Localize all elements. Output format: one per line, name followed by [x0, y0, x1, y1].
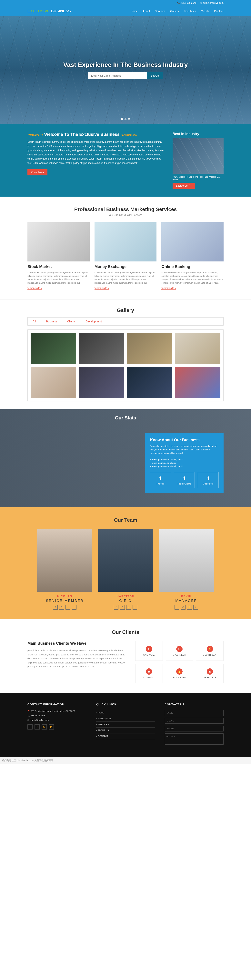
service-link[interactable]: View details » [94, 287, 109, 290]
twitter-icon[interactable]: t [133, 605, 137, 609]
service-card: Money Exchange Donec id elit non mi port… [94, 222, 157, 290]
email-input[interactable] [88, 72, 147, 79]
google-icon[interactable]: G [181, 605, 185, 609]
footer-link[interactable]: HOME [96, 710, 155, 716]
gallery-item[interactable] [127, 367, 173, 398]
fire-icon: 🔥 [176, 668, 182, 675]
stats-section: Our Stats Know About Our Business Fusce … [0, 409, 251, 507]
welcome-text: Lorem Ipsum is simply dummy text of the … [27, 140, 165, 165]
gallery-item[interactable] [30, 332, 76, 364]
footer-link[interactable]: ABOUT US [96, 727, 155, 733]
client-card[interactable]: ◉SPEEDEYE [196, 663, 224, 683]
tab-development[interactable]: Development [81, 318, 107, 325]
linkedin-icon[interactable]: in [49, 724, 54, 730]
service-link[interactable]: View details » [161, 287, 176, 290]
gallery-item[interactable] [127, 332, 173, 364]
twitter-icon[interactable]: t [72, 605, 77, 609]
carousel-dot[interactable] [125, 118, 126, 120]
rss-icon[interactable]: ⚡ [66, 605, 70, 609]
bottom-note: 访问鸟哥社区 bbs.xileniao.com免费下载更多两日 [0, 757, 251, 764]
facebook-icon[interactable]: f [174, 605, 179, 609]
nav-home[interactable]: Home [130, 10, 137, 13]
nav-gallery[interactable]: Gallery [170, 10, 179, 13]
twitter-icon[interactable]: t [35, 724, 40, 730]
footer-link[interactable]: SERVICES [96, 722, 155, 727]
gallery-item[interactable] [79, 367, 124, 398]
facebook-icon[interactable]: f [53, 605, 58, 609]
google-icon[interactable]: G [120, 605, 125, 609]
locate-button[interactable]: Locate Us 📍 [173, 183, 195, 189]
footer-link[interactable]: CONTACT [96, 733, 155, 739]
message-input[interactable] [165, 733, 224, 745]
service-text: Donec id elit non mi porta gravida at eg… [94, 271, 157, 285]
carousel-dot[interactable] [121, 118, 123, 120]
member-photo [159, 529, 214, 592]
clients-subtitle: Main Business Clients We Have [27, 641, 128, 646]
logo[interactable]: EXCLUSIVE BUSINESS [27, 9, 71, 13]
nav-menu: Home About Services Gallery Feedback Cli… [130, 10, 224, 13]
topbar-phone[interactable]: 📞 +852 586 2548 [177, 2, 197, 4]
nav-services[interactable]: Services [155, 10, 165, 13]
stats-text: Fusce dapibus, tellus ac cursus commodo,… [150, 444, 219, 455]
service-card: Stock Market Donec id elit non mi porta … [27, 222, 90, 290]
stats-title: Our Stats [0, 409, 251, 421]
nav-clients[interactable]: Clients [201, 10, 209, 13]
tab-clients[interactable]: Clients [62, 318, 81, 325]
footer-links-title: QUICK LINKS [96, 703, 155, 706]
nav-contact[interactable]: Contact [214, 10, 224, 13]
name-input[interactable] [165, 710, 224, 716]
client-card[interactable]: 🔥FLAMESPA [166, 663, 193, 683]
industry-address: 791 S, Mission Road Building Hedge Los A… [173, 176, 224, 181]
service-image [161, 222, 224, 261]
welcome-title: Welcome ToWelcome To The Exclusive Busin… [27, 132, 165, 137]
facebook-icon[interactable]: f [27, 724, 32, 730]
client-card[interactable]: ⟳MAXFRESH [166, 641, 193, 661]
service-title: Online Banking [161, 264, 224, 269]
client-card[interactable]: ❄SNOWBIZ [135, 641, 163, 661]
gallery-item[interactable] [175, 367, 221, 398]
service-text: Donec id elit non mi porta gravida at eg… [27, 271, 90, 285]
footer: CONTACT INFORMATION 📍 791 S, Mission Hed… [0, 693, 251, 757]
gallery-item[interactable] [175, 332, 221, 364]
client-card[interactable]: ★STARBALL [135, 663, 163, 683]
member-name: HARRISON [98, 595, 153, 598]
footer-contact-title: CONTACT INFORMATION [27, 703, 86, 706]
gallery-item[interactable] [79, 332, 124, 364]
tab-business[interactable]: Business [41, 318, 62, 325]
stat-projects: 1Projects [150, 472, 171, 488]
nav-about[interactable]: About [143, 10, 150, 13]
google-icon[interactable]: G [59, 605, 64, 609]
hero-submit-button[interactable]: Let Go [147, 72, 163, 79]
rss-icon[interactable]: ⚡ [126, 605, 131, 609]
service-link[interactable]: View details » [27, 287, 42, 290]
know-more-button[interactable]: Know More [27, 169, 48, 175]
member-name: KEVIN [159, 595, 214, 598]
stats-list: » lorem ipsum dolor sit amit,consit » lo… [150, 458, 219, 468]
services-subtitle: You Can Get Quality Services [27, 213, 224, 216]
rss-icon[interactable]: ⚡ [187, 605, 192, 609]
carousel-dot[interactable] [128, 118, 130, 120]
gallery-title: Gallery [27, 307, 224, 313]
team-section: Our Team NICOLAS SENIOR MEMBER fG⚡t HARR… [0, 507, 251, 619]
service-card: Online Banking Donec sed odio dui. Cras … [161, 222, 224, 290]
gallery-item[interactable] [30, 367, 76, 398]
facebook-icon[interactable]: f [114, 605, 118, 609]
team-title: Our Team [27, 517, 224, 523]
twitter-icon[interactable]: t [193, 605, 198, 609]
phone-input[interactable] [165, 725, 224, 732]
snowflake-icon: ❄ [146, 646, 152, 652]
topbar-email[interactable]: ✉ admin@exclvb.com [200, 2, 224, 4]
footer-link[interactable]: RESOURCES [96, 716, 155, 722]
service-text: Donec sed odio dui. Cras justo odio, dap… [161, 271, 224, 285]
welcome-section: Welcome ToWelcome To The Exclusive Busin… [0, 124, 251, 197]
member-photo [37, 529, 92, 592]
stats-box-title: Know About Our Business [150, 438, 219, 442]
client-card[interactable]: ⚡ELCTRIZAN [196, 641, 224, 661]
nav-feedback[interactable]: Feedback [184, 10, 196, 13]
google-icon[interactable]: G [42, 724, 47, 730]
topbar: 📞 +852 586 2548 ✉ admin@exclvb.com [0, 0, 251, 6]
stat-customers: 1Customers [198, 472, 219, 488]
tab-all[interactable]: All [28, 318, 41, 325]
email-input[interactable] [165, 718, 224, 724]
member-name: NICOLAS [37, 595, 92, 598]
